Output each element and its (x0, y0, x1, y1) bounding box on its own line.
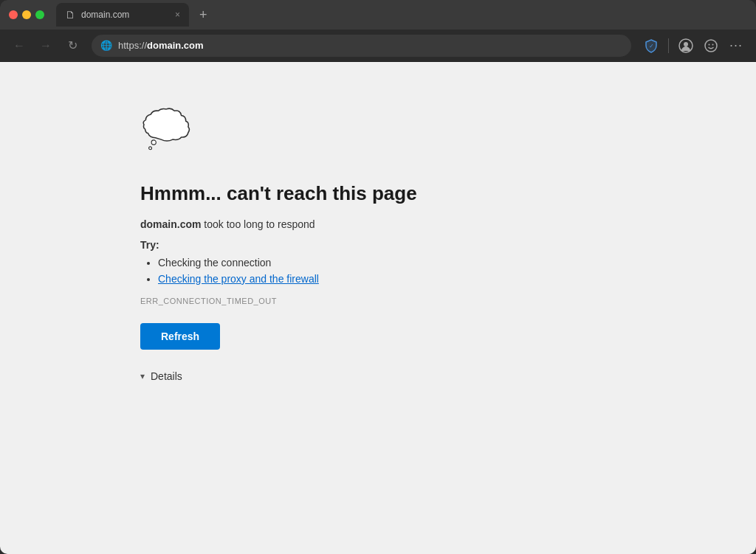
suggestion-connection-text: Checking the connection (158, 257, 271, 269)
error-container: Hmmm... can't reach this page domain.com… (140, 106, 554, 382)
minimize-traffic-light[interactable] (22, 10, 31, 19)
browser-tab[interactable]: 🗋 domain.com × (56, 3, 189, 27)
forward-button[interactable]: → (35, 35, 56, 56)
more-options-button[interactable]: ··· (725, 35, 747, 57)
svg-text:✓: ✓ (649, 43, 654, 49)
globe-icon: 🌐 (100, 40, 112, 51)
url-domain: domain.com (147, 40, 204, 51)
tab-icon: 🗋 (65, 9, 75, 21)
error-subtitle: domain.com took too long to respond (140, 218, 554, 230)
ellipsis-icon: ··· (729, 38, 743, 53)
refresh-nav-button[interactable]: ↻ (62, 35, 83, 56)
profile-icon (678, 38, 693, 53)
thought-bubble-svg (140, 106, 199, 158)
suggestion-proxy-link[interactable]: Checking the proxy and the firewall (158, 273, 319, 285)
suggestions-list: Checking the connection Checking the pro… (140, 257, 554, 285)
nav-separator (668, 38, 669, 53)
security-shield-button[interactable]: ✓ (640, 35, 662, 57)
refresh-button[interactable]: Refresh (140, 323, 220, 350)
suggestion-proxy[interactable]: Checking the proxy and the firewall (158, 273, 554, 285)
close-traffic-light[interactable] (9, 10, 18, 19)
svg-point-2 (684, 42, 688, 46)
details-label: Details (151, 370, 182, 382)
browser-content: Hmmm... can't reach this page domain.com… (0, 62, 756, 554)
try-label: Try: (140, 239, 554, 251)
traffic-lights (9, 10, 44, 19)
tab-close-button[interactable]: × (175, 10, 180, 20)
error-subtitle-text: took too long to respond (201, 218, 315, 230)
details-toggle[interactable]: ▾ Details (140, 370, 554, 382)
url-display: https://domain.com (118, 40, 622, 51)
chevron-down-icon: ▾ (140, 371, 145, 381)
nav-right-buttons: ✓ ··· (640, 35, 747, 57)
shield-icon: ✓ (644, 38, 659, 53)
error-title: Hmmm... can't reach this page (140, 181, 554, 207)
svg-point-5 (712, 44, 714, 45)
error-code: ERR_CONNECTION_TIMED_OUT (140, 297, 554, 305)
back-button[interactable]: ← (9, 35, 30, 56)
new-tab-button[interactable]: + (199, 7, 207, 23)
profile-button[interactable] (675, 35, 697, 57)
error-domain: domain.com (140, 218, 201, 230)
thought-bubble-illustration (140, 106, 554, 161)
address-bar[interactable]: 🌐 https://domain.com (92, 35, 631, 57)
svg-point-4 (709, 44, 710, 45)
svg-point-6 (151, 140, 156, 145)
fullscreen-traffic-light[interactable] (35, 10, 44, 19)
title-bar: 🗋 domain.com × + (0, 0, 756, 30)
suggestion-connection: Checking the connection (158, 257, 554, 269)
collections-button[interactable] (700, 35, 722, 57)
svg-point-7 (149, 147, 152, 150)
smiley-icon (704, 38, 718, 53)
navigation-bar: ← → ↻ 🌐 https://domain.com ✓ (0, 30, 756, 62)
svg-point-3 (705, 40, 717, 52)
tab-label: domain.com (81, 10, 129, 20)
